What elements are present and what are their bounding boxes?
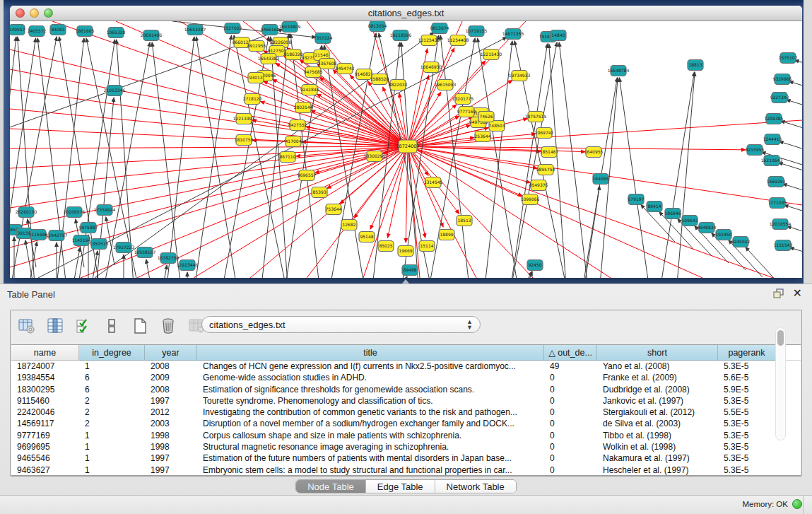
table-row[interactable]: 946554611997Estimation of the future num… (11, 452, 801, 464)
graph-node[interactable]: 1350515 (90, 239, 109, 250)
graph-node[interactable]: 10958167 (134, 247, 156, 258)
graph-node[interactable]: 9242844 (300, 85, 319, 95)
new-file-icon[interactable] (131, 317, 149, 335)
graph-node[interactable]: 21053346 (104, 86, 126, 96)
graph-node[interactable]: 1069742 (535, 128, 554, 139)
graph-node[interactable]: 19734933 (509, 71, 531, 81)
column-header-pagerank[interactable]: pagerank (718, 345, 776, 361)
graph-node[interactable]: 8186328 (284, 49, 303, 60)
graph-node[interactable]: 1588520 (370, 74, 389, 85)
graph-node[interactable]: 8215955 (746, 145, 765, 156)
graph-node[interactable]: 18300295 (364, 151, 386, 162)
delete-rows-icon[interactable] (159, 317, 177, 335)
graph-node[interactable]: 2367608 (318, 59, 337, 69)
graph-node[interactable]: 9975887 (79, 223, 98, 233)
graph-node[interactable]: 192450 (716, 230, 732, 240)
graph-node[interactable]: 13201775 (452, 94, 474, 105)
graph-node[interactable]: 253644 (475, 132, 491, 142)
graph-node[interactable]: 2405572 (28, 26, 47, 37)
memory-indicator[interactable]: Memory: OK (742, 499, 802, 509)
graph-node[interactable]: 1065328 (107, 28, 126, 38)
minimize-window-icon[interactable] (30, 8, 39, 18)
table-settings-icon[interactable] (18, 317, 36, 335)
graph-node[interactable]: 2803144 (294, 103, 313, 113)
graph-node[interactable]: 1575107 (779, 53, 798, 64)
graph-node[interactable]: 19218596 (390, 30, 412, 41)
graph-node[interactable]: 1209385 (765, 114, 784, 124)
column-header-out_de[interactable]: △ out_de... (544, 345, 597, 361)
graph-node[interactable]: 16646930 (420, 62, 442, 73)
select-all-icon[interactable] (74, 317, 93, 335)
graph-node[interactable]: 240557 (10, 25, 25, 35)
graph-node[interactable]: 12682 (341, 220, 357, 230)
tab-network-table[interactable]: Network Table (435, 480, 516, 493)
graph-node[interactable]: 9227343 (770, 93, 789, 103)
graph-node[interactable]: 20206576 (64, 207, 86, 218)
graph-node[interactable]: 16543382 (258, 54, 280, 64)
graph-node[interactable]: 8912955 (247, 41, 266, 52)
table-row[interactable]: 1872400712008Changes of HCN gene express… (11, 361, 801, 372)
graph-node[interactable]: 1145194 (72, 235, 91, 246)
graph-node[interactable]: 12215430 (481, 49, 502, 60)
graph-node[interactable]: 93013 (248, 73, 264, 83)
graph-node[interactable]: 16210643 (761, 156, 783, 166)
graph-node[interactable]: 9245022 (731, 237, 751, 247)
graph-node[interactable]: 7357224 (314, 33, 333, 44)
graph-node[interactable]: 12213393 (233, 114, 255, 124)
graph-node[interactable]: 19615093 (435, 80, 457, 90)
graph-node[interactable]: 8427552 (288, 120, 307, 131)
table-row[interactable]: 1456911722003Disruption of a novel membe… (11, 418, 801, 429)
graph-node[interactable]: 164095 (593, 174, 609, 185)
graph-node[interactable]: 1244415 (763, 134, 782, 145)
graph-node[interactable]: 10653287 (184, 25, 206, 35)
graph-node[interactable]: 16033809 (279, 22, 301, 33)
graph-node[interactable]: 95148 (359, 232, 375, 243)
graph-node[interactable]: 20691406 (141, 30, 163, 41)
graph-node[interactable]: 1640955 (584, 147, 604, 158)
graph-node[interactable]: 9475685 (304, 67, 323, 78)
tab-edge-table[interactable]: Edge Table (366, 480, 435, 493)
maximize-window-icon[interactable] (44, 8, 53, 18)
graph-node[interactable]: 18899 (439, 230, 454, 240)
graph-node[interactable]: 92450 (527, 260, 543, 271)
close-panel-icon[interactable]: ✕ (793, 288, 802, 299)
graph-node[interactable]: 12010554 (770, 219, 792, 230)
graph-node[interactable]: 8813074 (430, 23, 449, 34)
graph-node[interactable]: 1115686 (29, 230, 48, 240)
table-row[interactable]: 1830029562008Estimation of significance … (11, 384, 801, 395)
graph-node[interactable]: 109542 (682, 216, 698, 226)
graph-node[interactable]: 1851467 (540, 147, 559, 158)
graph-node[interactable]: 89414 (647, 201, 662, 212)
graph-node[interactable]: 85393 (312, 187, 327, 198)
window-titlebar[interactable]: citations_edges.txt (10, 6, 802, 21)
table-vertical-scrollbar[interactable] (775, 327, 786, 440)
graph-node[interactable]: 17957223 (113, 243, 135, 253)
graph-node[interactable]: 18757515 (525, 112, 547, 122)
graph-node[interactable]: 8454743 (336, 64, 355, 74)
column-header-title[interactable]: title (197, 345, 544, 361)
graph-node[interactable]: 11254408 (447, 35, 469, 46)
graph-node[interactable]: 9696557 (298, 170, 317, 181)
graph-node[interactable]: 84083 (50, 25, 66, 35)
graph-node[interactable]: 26260150 (16, 207, 37, 218)
column-header-name[interactable]: name (11, 345, 79, 361)
graph-node[interactable]: 12125439 (418, 35, 440, 46)
column-header-short[interactable]: short (597, 345, 718, 361)
graph-node[interactable]: 8813054 (368, 21, 387, 32)
unselect-all-icon[interactable] (102, 317, 121, 335)
graph-node[interactable]: 753644 (326, 204, 342, 215)
table-row[interactable]: 977716911998Corpus callosum shape and si… (11, 430, 801, 441)
graph-node[interactable]: 186946 (665, 209, 681, 219)
graph-node[interactable]: 89488 (402, 265, 418, 276)
graph-node[interactable]: 16648784 (608, 66, 630, 76)
graph-node[interactable]: 9329966 (773, 74, 792, 85)
graph-node[interactable]: 9466160 (261, 25, 280, 35)
graph-node[interactable]: 1314545 (424, 177, 443, 188)
table-row[interactable]: 969969511998Structural magnetic resonanc… (11, 441, 801, 452)
graph-node[interactable]: 2718120 (243, 94, 262, 105)
select-columns-icon[interactable] (46, 317, 64, 335)
graph-node[interactable]: 8948834 (698, 223, 717, 233)
graph-node[interactable]: 74626 (478, 112, 494, 122)
graph-node[interactable]: 9895754 (536, 165, 555, 175)
graph-node[interactable]: 18813 (688, 60, 703, 71)
